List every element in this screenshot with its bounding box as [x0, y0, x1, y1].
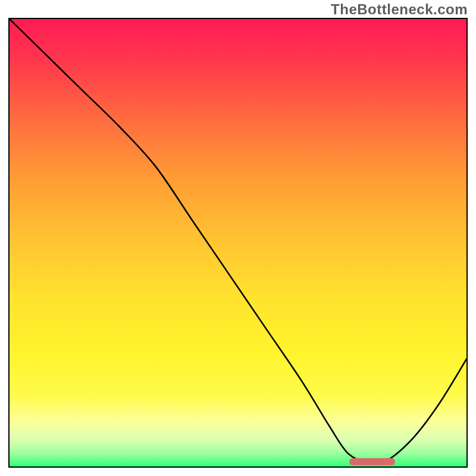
plot-area: [8, 18, 468, 468]
optimal-range-marker: [349, 458, 395, 465]
watermark-label: TheBottleneck.com: [331, 1, 468, 18]
chart-container: TheBottleneck.com: [0, 0, 476, 476]
bottleneck-curve: [10, 19, 466, 466]
